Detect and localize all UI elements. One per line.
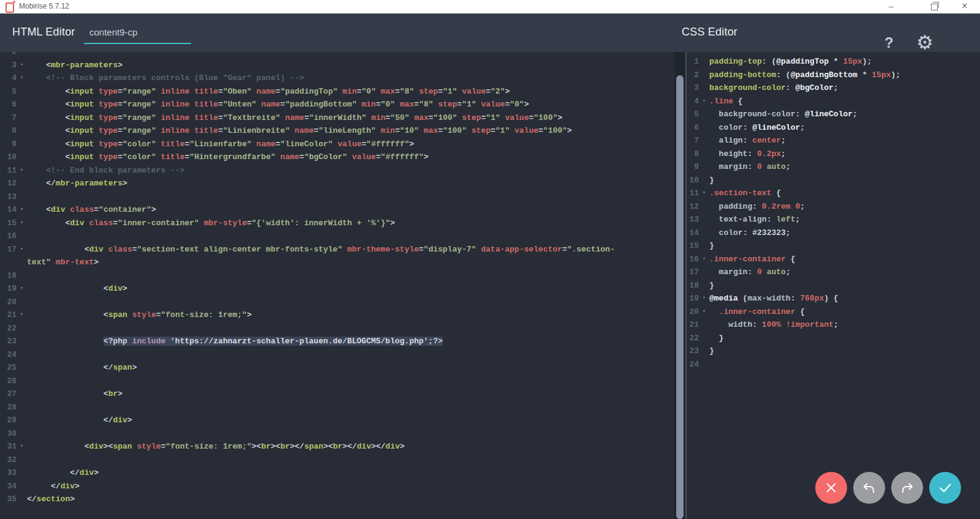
fold-arrow-icon[interactable]: ▾ xyxy=(699,292,709,305)
undo-button[interactable] xyxy=(853,472,885,504)
code-line[interactable]: 19▾@media (max-width: 768px) { xyxy=(687,292,980,305)
code-line[interactable]: 35</section> xyxy=(0,493,674,506)
code-line[interactable]: 17 margin: 0 auto; xyxy=(687,266,980,279)
code-line[interactable]: 5 <input type="range" inline title="Oben… xyxy=(0,85,674,99)
line-number: 23 xyxy=(687,345,699,358)
close-button[interactable]: × xyxy=(954,0,975,13)
fold-arrow-icon[interactable]: ▾ xyxy=(699,187,709,200)
code-line[interactable]: 6 <input type="range" inline title="Unte… xyxy=(0,98,674,111)
code-line[interactable]: 3background-color: @bgColor; xyxy=(687,81,980,95)
html-editor-pane[interactable]: 23▾ <mbr-parameters>4▾ <!-- Block parame… xyxy=(0,52,674,519)
code-line[interactable]: 33 </div> xyxy=(0,466,674,480)
code-line[interactable]: 13 xyxy=(0,190,674,204)
code-line[interactable]: 5 background-color: @lineColor; xyxy=(687,108,980,121)
code-line[interactable]: 31▾ <div><span style="font-size: 1rem;">… xyxy=(0,440,674,454)
code-line[interactable]: 20 xyxy=(0,296,674,309)
fold-arrow-icon[interactable]: ▾ xyxy=(699,305,709,319)
code-line[interactable]: 27 <br> xyxy=(0,387,674,401)
code-text: <?php include 'https://zahnarzt-schaller… xyxy=(27,335,443,348)
fold-arrow-icon[interactable]: ▾ xyxy=(17,203,27,217)
fold-arrow-icon[interactable]: ▾ xyxy=(17,282,27,296)
tab-content9-cp[interactable]: content9-cp xyxy=(84,13,191,44)
code-line[interactable]: 28 xyxy=(0,401,674,414)
fold-arrow-icon[interactable]: ▾ xyxy=(17,59,27,72)
fold-arrow-icon[interactable]: ▾ xyxy=(17,243,27,256)
code-line[interactable]: 21▾ <span style="font-size: 1rem;"> xyxy=(0,308,674,322)
code-line[interactable]: 4▾.line { xyxy=(687,95,980,108)
code-line[interactable]: 10 <input type="color" title="Hintergrun… xyxy=(0,151,674,164)
code-line[interactable]: 23} xyxy=(687,345,980,358)
code-line[interactable]: 4▾ <!-- Block parameters controls (Blue … xyxy=(0,72,674,85)
restore-button[interactable] xyxy=(924,0,944,13)
code-text: color: #232323; xyxy=(709,226,791,240)
fold-gutter xyxy=(699,266,709,279)
fold-arrow-icon[interactable]: ▾ xyxy=(17,440,27,454)
code-line[interactable]: 32 xyxy=(0,454,674,467)
code-line[interactable]: 6 color: @lineColor; xyxy=(687,121,980,135)
code-line[interactable]: 18 xyxy=(0,269,674,283)
code-line[interactable]: 8 <input type="range" inline title="Lini… xyxy=(0,124,674,138)
code-line[interactable]: 14 color: #232323; xyxy=(687,226,980,240)
line-number: 5 xyxy=(0,85,17,99)
code-line[interactable]: 9 margin: 0 auto; xyxy=(687,160,980,174)
code-line[interactable]: 22 } xyxy=(687,332,980,345)
scrollbar-track[interactable] xyxy=(674,52,685,519)
code-line[interactable]: 22 xyxy=(0,322,674,335)
code-line[interactable]: 11▾ <!-- End block parameters --> xyxy=(0,164,674,177)
code-line[interactable]: 7 align: center; xyxy=(687,134,980,147)
fold-arrow-icon[interactable]: ▾ xyxy=(17,164,27,177)
fold-arrow-icon[interactable]: ▾ xyxy=(699,95,709,108)
code-line[interactable]: 16 xyxy=(0,230,674,243)
code-line[interactable]: 12 padding: 0.2rem 0; xyxy=(687,200,980,214)
code-line[interactable]: 19▾ <div> xyxy=(0,282,674,296)
code-line[interactable]: 18} xyxy=(687,279,980,293)
code-text: width: 100% !important; xyxy=(709,318,839,332)
code-line[interactable]: 11▾.section-text { xyxy=(687,187,980,200)
code-line[interactable]: 30 xyxy=(0,427,674,441)
code-text: } xyxy=(709,239,714,253)
code-line[interactable]: 15} xyxy=(687,239,980,253)
fold-arrow-icon[interactable]: ▾ xyxy=(17,308,27,322)
fold-gutter xyxy=(17,322,27,335)
code-line[interactable]: 10} xyxy=(687,174,980,187)
fold-arrow-icon[interactable]: ▾ xyxy=(699,253,709,266)
code-line[interactable]: 14▾ <div class="container"> xyxy=(0,203,674,217)
code-line[interactable]: 24 xyxy=(0,348,674,362)
code-line[interactable]: 29 </div> xyxy=(0,414,674,427)
apply-button[interactable] xyxy=(929,472,961,504)
code-line[interactable]: 34 </div> xyxy=(0,480,674,493)
minimize-button[interactable]: – xyxy=(881,0,902,13)
fold-arrow-icon[interactable]: ▾ xyxy=(17,217,27,230)
code-line[interactable]: text" mbr-text> xyxy=(0,256,674,269)
code-text: <div> xyxy=(27,282,127,296)
code-line[interactable]: 7 <input type="range" inline title="Text… xyxy=(0,111,674,125)
scrollbar-thumb[interactable] xyxy=(676,75,684,519)
code-line[interactable]: 17▾ <div class="section-text align-cente… xyxy=(0,243,674,256)
line-number: 31 xyxy=(0,440,17,454)
code-line[interactable]: 13 text-align: left; xyxy=(687,213,980,226)
code-line[interactable]: 9 <input type="color" title="Linienfarbe… xyxy=(0,138,674,151)
code-text: <input type="range" inline title="Linien… xyxy=(27,124,572,138)
code-line[interactable]: 26 xyxy=(0,375,674,388)
code-line[interactable]: 25 </span> xyxy=(0,361,674,375)
code-line[interactable]: 16▾.inner-container { xyxy=(687,253,980,266)
cancel-button[interactable] xyxy=(815,472,847,504)
code-line[interactable]: 21 width: 100% !important; xyxy=(687,318,980,332)
code-line[interactable]: 15▾ <div class="inner-container" mbr-sty… xyxy=(0,217,674,230)
fold-arrow-icon[interactable]: ▾ xyxy=(17,72,27,85)
code-line[interactable]: 8 height: 0.2px; xyxy=(687,147,980,161)
code-line[interactable]: 24 xyxy=(687,358,980,372)
fold-gutter xyxy=(699,134,709,147)
code-line[interactable]: 23 <?php include 'https://zahnarzt-schal… xyxy=(0,335,674,348)
code-line[interactable]: 1padding-top: (@paddingTop * 15px); xyxy=(687,55,980,69)
code-line[interactable]: 12 </mbr-parameters> xyxy=(0,177,674,190)
code-line[interactable]: 20▾ .inner-container { xyxy=(687,305,980,319)
code-line[interactable]: 3▾ <mbr-parameters> xyxy=(0,59,674,72)
code-line[interactable]: 2padding-bottom: (@paddingBottom * 15px)… xyxy=(687,69,980,82)
css-editor-pane[interactable]: 1padding-top: (@paddingTop * 15px);2padd… xyxy=(687,52,980,519)
code-text: height: 0.2px; xyxy=(709,147,786,161)
gear-icon[interactable]: ⚙ xyxy=(916,31,933,54)
code-line[interactable]: 2 xyxy=(0,52,674,59)
redo-button[interactable] xyxy=(891,472,923,504)
help-icon[interactable]: ? xyxy=(884,34,894,51)
